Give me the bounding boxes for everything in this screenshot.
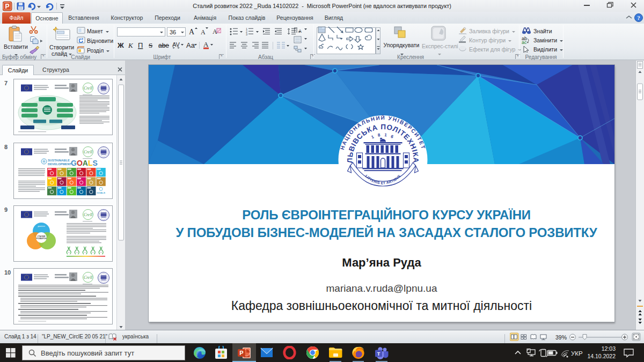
svg-text:A: A (203, 41, 209, 48)
svg-text:Crell: Crell (84, 212, 93, 217)
svg-text:А: А (298, 28, 302, 34)
svg-text:РОЗВИТОК: РОЗВИТОК (36, 238, 47, 240)
svg-text:довкілля: довкілля (38, 225, 45, 227)
svg-text:Crell: Crell (84, 275, 93, 280)
svg-text:ac: ac (522, 40, 527, 45)
svg-text:СТАЛИЙ: СТАЛИЙ (38, 235, 46, 238)
svg-text:Crell: Crell (84, 86, 93, 91)
svg-text:П: П (138, 41, 143, 49)
svg-text:УКР: УКР (571, 350, 583, 357)
svg-text:A: A (189, 28, 195, 36)
svg-text:Ж: Ж (118, 41, 124, 49)
svg-text:39%: 39% (555, 334, 567, 341)
svg-text:К: К (128, 41, 134, 49)
svg-text:P: P (5, 3, 9, 10)
svg-text:SUSTAINABLE: SUSTAINABLE (48, 159, 70, 162)
svg-text:DEVELOPMENT: DEVELOPMENT (48, 162, 72, 166)
svg-text:?: ? (637, 14, 640, 21)
svg-text:Crell: Crell (84, 150, 93, 154)
svg-text:GOALS: GOALS (71, 159, 98, 167)
svg-text:T: T (377, 351, 380, 357)
svg-text:abe: abe (158, 42, 169, 49)
svg-text:GOALS: GOALS (97, 191, 105, 194)
svg-text:3: 3 (246, 33, 247, 36)
svg-text:P: P (239, 350, 243, 356)
svg-text:AV: AV (172, 41, 180, 48)
svg-text:Aa: Aa (186, 41, 195, 49)
svg-text:S: S (149, 41, 152, 49)
svg-text:A: A (201, 28, 206, 36)
